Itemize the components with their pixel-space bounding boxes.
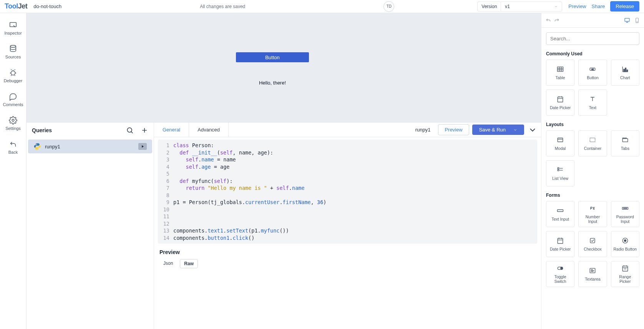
version-value: v1 [505, 4, 510, 9]
component-checkbox[interactable]: Checkbox [578, 231, 607, 257]
rail-back[interactable]: Back [0, 136, 26, 158]
code-line[interactable]: 3 self.name = name [158, 156, 537, 163]
component-radiobutton[interactable]: Radio Button [611, 231, 639, 257]
app-name[interactable]: do-not-touch [33, 3, 61, 9]
preview-section-title: Preview [159, 249, 536, 255]
code-line[interactable]: 13components.text1.setText(p1.myfunc()) [158, 227, 537, 234]
component-textarea[interactable]: Textarea [578, 261, 607, 287]
canvas-button-component[interactable]: Button [236, 52, 309, 62]
code-line[interactable]: 10 [158, 206, 537, 213]
component-textinput[interactable]: Text Input [546, 201, 574, 227]
section-forms: Forms [541, 191, 644, 201]
text-icon [589, 95, 596, 103]
user-avatar[interactable]: TD [383, 1, 394, 12]
database-icon [9, 45, 17, 53]
component-numberinput[interactable]: Number Input [578, 201, 607, 227]
add-query-icon[interactable] [141, 126, 148, 134]
code-editor[interactable]: 1class Person:2 def __init__(self, name,… [158, 140, 537, 244]
component-button[interactable]: OK Button [578, 60, 607, 86]
list-icon [556, 166, 564, 174]
canvas[interactable]: Button Hello, there! [27, 13, 541, 122]
component-table[interactable]: Table [546, 60, 574, 86]
components-panel: Commonly Used Table OK Button Chart Date… [541, 13, 644, 329]
query-item-runpy1[interactable]: runpy1 [28, 140, 152, 153]
svg-rect-16 [590, 138, 595, 142]
tab-general[interactable]: General [154, 123, 189, 137]
search-icon[interactable] [126, 126, 134, 134]
inspector-icon [9, 21, 17, 29]
tabs-icon [621, 136, 629, 144]
component-search-input[interactable] [546, 32, 639, 45]
chevron-down-icon [513, 128, 517, 132]
queries-sidebar: Queries runpy1 [27, 123, 154, 329]
radio-icon [621, 237, 629, 244]
version-select[interactable]: v1 [501, 2, 562, 12]
code-line[interactable]: 5 [158, 170, 537, 178]
rail-debugger[interactable]: Debugger [0, 65, 26, 87]
svg-rect-18 [558, 168, 559, 169]
numberinput-icon [589, 204, 596, 212]
code-line[interactable]: 2 def __init__(self, name, age): [158, 149, 537, 156]
code-line[interactable]: 6 def myfunc(self): [158, 178, 537, 185]
preview-link[interactable]: Preview [568, 3, 586, 9]
component-toggleswitch[interactable]: Toggle Switch [546, 261, 574, 287]
save-run-button[interactable]: Save & Run [472, 125, 524, 135]
code-line[interactable]: 11 [158, 213, 537, 220]
svg-rect-11 [624, 69, 625, 72]
share-link[interactable]: Share [592, 3, 605, 9]
undo-icon[interactable] [545, 17, 551, 23]
current-query-name[interactable]: runpy1 [415, 127, 431, 133]
collapse-panel-icon[interactable] [528, 125, 537, 135]
component-datepicker2[interactable]: Date Picker [546, 231, 574, 257]
svg-point-22 [624, 208, 624, 209]
desktop-view-icon[interactable] [624, 17, 630, 23]
svg-rect-17 [622, 139, 627, 142]
component-passwordinput[interactable]: Password Input [611, 201, 639, 227]
table-icon [556, 65, 564, 73]
query-preview-button[interactable]: Preview [438, 124, 469, 135]
code-line[interactable]: 4 self.age = age [158, 163, 537, 171]
code-line[interactable]: 8 [158, 192, 537, 199]
code-line[interactable]: 9p1 = Person(tj_globals.currentUser.firs… [158, 199, 537, 206]
code-line[interactable]: 12 [158, 220, 537, 228]
component-container[interactable]: Container [578, 130, 607, 156]
svg-rect-14 [558, 97, 563, 102]
mobile-view-icon[interactable] [634, 17, 640, 23]
save-status: All changes are saved [68, 4, 377, 9]
component-text[interactable]: Text [578, 90, 607, 116]
left-rail: Inspector Sources Debugger Comments Sett… [0, 13, 27, 329]
component-rangepicker[interactable]: Range Picker [611, 261, 639, 287]
svg-rect-32 [622, 266, 627, 271]
rail-inspector[interactable]: Inspector [0, 17, 26, 39]
chart-icon [621, 65, 629, 73]
release-button[interactable]: Release [610, 1, 639, 12]
component-datepicker[interactable]: Date Picker [546, 90, 574, 116]
code-line[interactable]: 14components.button1.click() [158, 234, 537, 242]
svg-point-28 [624, 240, 626, 242]
svg-point-3 [12, 119, 14, 121]
code-line[interactable]: 1class Person: [158, 142, 537, 149]
svg-rect-8 [558, 67, 563, 71]
component-chart[interactable]: Chart [611, 60, 639, 86]
back-icon [9, 140, 17, 148]
component-tabs[interactable]: Tabs [611, 130, 639, 156]
run-query-icon[interactable] [138, 143, 147, 150]
component-listview[interactable]: List View [546, 160, 574, 186]
svg-rect-0 [10, 23, 17, 27]
preview-tab-json[interactable]: Json [159, 259, 177, 268]
rail-comments[interactable]: Comments [0, 88, 26, 111]
preview-tab-raw[interactable]: Raw [180, 259, 198, 268]
app-header: ToolJet do-not-touch All changes are sav… [0, 0, 644, 13]
component-modal[interactable]: Modal [546, 130, 574, 156]
tab-advanced[interactable]: Advanced [189, 123, 229, 137]
calendar-icon [556, 95, 564, 103]
query-tabs: General Advanced runpy1 Preview Save & R… [154, 123, 541, 137]
calendar-icon [556, 237, 564, 244]
svg-point-24 [626, 208, 627, 209]
rail-sources[interactable]: Sources [0, 41, 26, 63]
code-line[interactable]: 7 return "Hello my name is " + self.name [158, 184, 537, 192]
rail-settings[interactable]: Settings [0, 112, 26, 135]
redo-icon[interactable] [554, 17, 560, 23]
logo[interactable]: ToolJet [5, 2, 27, 10]
canvas-text-component[interactable]: Hello, there! [236, 80, 309, 86]
